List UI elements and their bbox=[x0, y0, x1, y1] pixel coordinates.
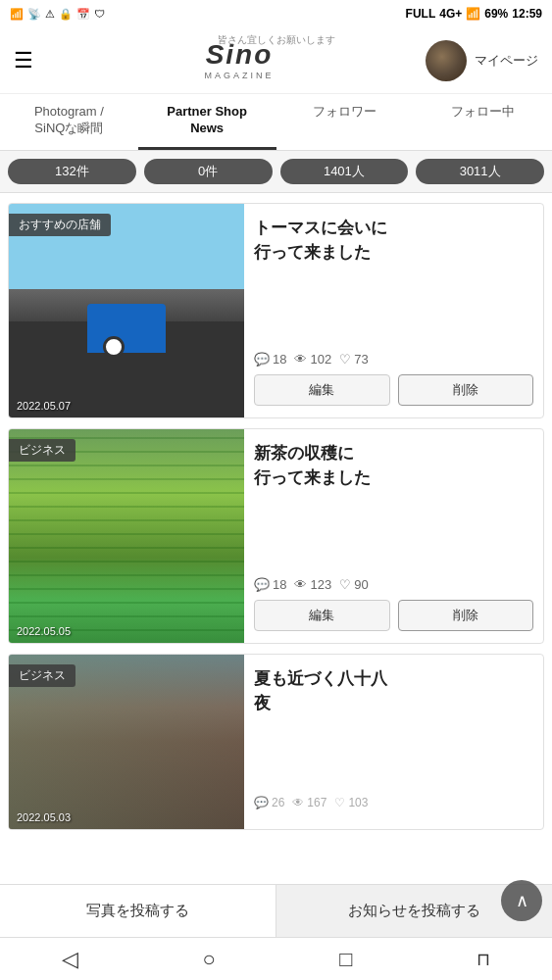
article-stats-1: 💬 18 👁 102 ♡ 73 bbox=[254, 352, 533, 367]
tab-photogram[interactable]: Photogram /SiNQな瞬間 bbox=[0, 94, 138, 150]
tab-followers[interactable]: フォロワー bbox=[276, 94, 415, 150]
following-count-badge[interactable]: 3011人 bbox=[416, 159, 544, 184]
like-icon-1: ♡ bbox=[339, 352, 351, 367]
menu-button[interactable]: ⊓ bbox=[477, 949, 490, 970]
date-label-2: 2022.05.05 bbox=[17, 625, 71, 637]
call-icon: 📡 bbox=[27, 8, 41, 21]
article-content-3: 夏も近づく八十八夜 💬 26 👁 167 ♡ 103 bbox=[244, 655, 543, 829]
partner-count-badge[interactable]: 0件 bbox=[144, 159, 273, 184]
signal-strength: 📶 bbox=[466, 7, 480, 21]
view-icon-2: 👁 bbox=[294, 577, 307, 592]
article-card-2[interactable]: ビジネス 2022.05.05 新茶の収穫に行って来ました 💬 18 👁 123… bbox=[8, 428, 544, 644]
article-list-inner: おすすめの店舗 2022.05.07 トーマスに会いに行って来ました 💬 18 … bbox=[0, 193, 552, 840]
date-label-3: 2022.05.03 bbox=[17, 811, 71, 823]
tab-bar: Photogram /SiNQな瞬間 Partner ShopNews フォロワ… bbox=[0, 94, 552, 151]
home-button[interactable]: ○ bbox=[203, 947, 216, 972]
signal-icon: 📶 bbox=[10, 8, 24, 21]
article-image-1: おすすめの店舗 2022.05.07 bbox=[9, 204, 244, 417]
like-icon-2: ♡ bbox=[339, 577, 351, 592]
back-button[interactable]: ◁ bbox=[62, 947, 78, 972]
edit-button-1[interactable]: 編集 bbox=[254, 374, 390, 406]
category-tag-2: ビジネス bbox=[9, 439, 75, 462]
edit-button-2[interactable]: 編集 bbox=[254, 600, 390, 631]
logo-area: 皆さん宜しくお願いします Sino MAGAZINE bbox=[53, 41, 426, 80]
alert-icon: ⚠ bbox=[45, 8, 55, 21]
calendar-icon: 📅 bbox=[76, 8, 90, 21]
status-bar: 📶 📡 ⚠ 🔒 📅 🛡 FULL 4G+ 📶 69% 12:59 bbox=[0, 0, 552, 27]
article-card-3[interactable]: ビジネス 2022.05.03 夏も近づく八十八夜 💬 26 👁 167 ♡ bbox=[8, 654, 544, 830]
view-icon-3: 👁 bbox=[292, 796, 304, 809]
delete-button-2[interactable]: 削除 bbox=[398, 600, 534, 631]
date-label-1: 2022.05.07 bbox=[17, 400, 71, 412]
navigation-bar: ◁ ○ □ ⊓ bbox=[0, 937, 552, 980]
article-actions-2: 編集 削除 bbox=[254, 600, 533, 631]
article-image-3: ビジネス 2022.05.03 bbox=[9, 655, 244, 829]
comment-count-2: 💬 18 bbox=[254, 577, 286, 592]
photogram-count-badge[interactable]: 132件 bbox=[8, 159, 136, 184]
counts-row: 132件 0件 1401人 3011人 bbox=[0, 151, 552, 193]
view-count-1: 👁 102 bbox=[294, 352, 331, 367]
profile-area: マイページ bbox=[426, 40, 538, 81]
comment-icon-2: 💬 bbox=[254, 577, 270, 592]
network-type: 4G+ bbox=[439, 7, 462, 21]
status-right-area: FULL 4G+ 📶 69% 12:59 bbox=[406, 7, 542, 21]
comment-count-3: 💬 26 bbox=[254, 796, 284, 809]
article-content-2: 新茶の収穫に行って来ました 💬 18 👁 123 ♡ 90 bbox=[244, 429, 543, 643]
scroll-up-button[interactable]: ∧ bbox=[501, 880, 542, 921]
view-count-2: 👁 123 bbox=[294, 577, 331, 592]
category-tag-1: おすすめの店舗 bbox=[9, 214, 111, 236]
hamburger-menu-button[interactable]: ☰ bbox=[14, 48, 53, 74]
my-page-link[interactable]: マイページ bbox=[475, 52, 538, 70]
comment-icon-3: 💬 bbox=[254, 796, 269, 809]
category-tag-3: ビジネス bbox=[9, 664, 75, 687]
avatar[interactable] bbox=[426, 40, 467, 81]
article-stats-2: 💬 18 👁 123 ♡ 90 bbox=[254, 577, 533, 592]
article-actions-1: 編集 削除 bbox=[254, 374, 533, 406]
article-image-2: ビジネス 2022.05.05 bbox=[9, 429, 244, 643]
header-tagline: 皆さん宜しくお願いします bbox=[218, 33, 335, 47]
bottom-buttons: 写真を投稿する お知らせを投稿する bbox=[0, 884, 552, 937]
data-indicator: FULL bbox=[406, 7, 436, 21]
article-title-2: 新茶の収穫に行って来ました bbox=[254, 441, 533, 491]
photo-post-button[interactable]: 写真を投稿する bbox=[0, 884, 276, 937]
shield-icon: 🛡 bbox=[94, 8, 105, 20]
app-header: ☰ 皆さん宜しくお願いします Sino MAGAZINE マイページ bbox=[0, 27, 552, 94]
chevron-up-icon: ∧ bbox=[516, 890, 528, 911]
view-icon-1: 👁 bbox=[294, 352, 307, 367]
article-content-1: トーマスに会いに行って来ました 💬 18 👁 102 ♡ 73 bbox=[244, 204, 543, 417]
like-count-2: ♡ 90 bbox=[339, 577, 368, 592]
article-list: おすすめの店舗 2022.05.07 トーマスに会いに行って来ました 💬 18 … bbox=[0, 193, 552, 948]
article-card-1[interactable]: おすすめの店舗 2022.05.07 トーマスに会いに行って来ました 💬 18 … bbox=[8, 203, 544, 418]
article-title-1: トーマスに会いに行って来ました bbox=[254, 216, 533, 266]
recent-apps-button[interactable]: □ bbox=[339, 947, 352, 972]
like-count-1: ♡ 73 bbox=[339, 352, 368, 367]
tab-partner-shop-news[interactable]: Partner ShopNews bbox=[138, 94, 276, 150]
view-count-3: 👁 167 bbox=[292, 796, 326, 809]
status-left-icons: 📶 📡 ⚠ 🔒 📅 🛡 bbox=[10, 8, 105, 21]
comment-icon-1: 💬 bbox=[254, 352, 270, 367]
like-icon-3: ♡ bbox=[334, 796, 345, 809]
delete-button-1[interactable]: 削除 bbox=[398, 374, 534, 406]
app-logo-subtitle: MAGAZINE bbox=[204, 71, 274, 80]
article-stats-3: 💬 26 👁 167 ♡ 103 bbox=[254, 796, 533, 809]
battery-level: 69% bbox=[484, 7, 508, 21]
time-display: 12:59 bbox=[512, 7, 542, 21]
lock-icon: 🔒 bbox=[59, 8, 73, 21]
followers-count-badge[interactable]: 1401人 bbox=[280, 159, 409, 184]
tab-following[interactable]: フォロー中 bbox=[414, 94, 552, 150]
like-count-3: ♡ 103 bbox=[334, 796, 368, 809]
comment-count-1: 💬 18 bbox=[254, 352, 286, 367]
article-title-3: 夏も近づく八十八夜 bbox=[254, 666, 533, 716]
